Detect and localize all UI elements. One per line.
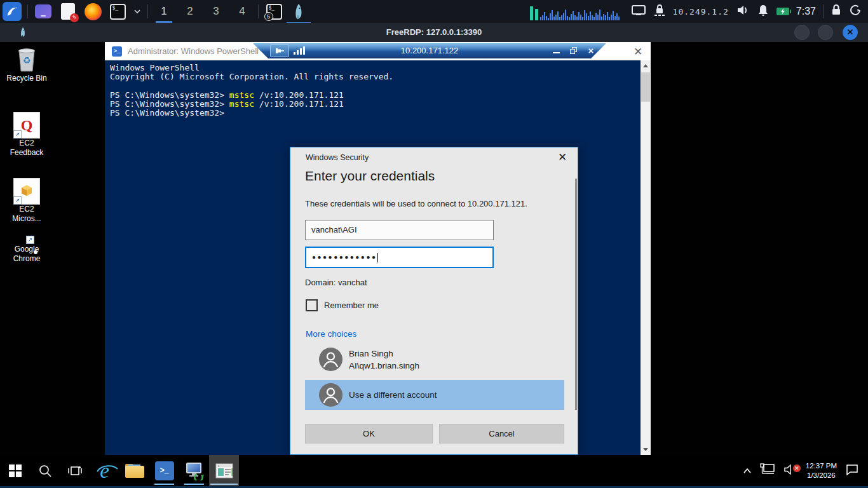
battery-icon[interactable]: [776, 8, 789, 15]
window-manager-icon[interactable]: [34, 2, 53, 21]
kali-top-panel: 1 2 3 4 5 10.249.1.: [0, 0, 868, 23]
graph-bar: [578, 12, 580, 20]
freerdp-close-button[interactable]: ✕: [843, 25, 858, 40]
volume-icon[interactable]: [736, 4, 750, 19]
kali-menu-button[interactable]: [3, 2, 22, 21]
domain-label: Domain: vanchat: [305, 278, 367, 287]
text-editor-icon[interactable]: [58, 2, 78, 21]
display-icon[interactable]: [631, 4, 646, 19]
firefox-icon[interactable]: [83, 2, 102, 21]
desktop-icon-google-chrome[interactable]: ↗ Google Chrome: [0, 243, 53, 263]
graph-bar: [548, 18, 549, 20]
dialog-scrollbar[interactable]: [575, 179, 577, 410]
divider: [147, 4, 148, 18]
account-brian-singh[interactable]: Brian Singh AI\qw1.brian.singh: [319, 348, 419, 372]
vpn-lock-icon[interactable]: [653, 3, 666, 20]
kali-dragon-icon: [5, 4, 19, 18]
graph-bar: [535, 9, 538, 20]
powershell-taskbar-button[interactable]: >_: [149, 455, 179, 486]
notifications-bell-icon[interactable]: [757, 4, 770, 20]
divider: [258, 4, 259, 18]
console-line: PS C:\Windows\system32>: [110, 109, 641, 118]
remote-desktop-taskbar-button[interactable]: [179, 455, 209, 486]
graph-bar: [588, 16, 589, 20]
action-center-icon[interactable]: [845, 463, 859, 478]
taskbar-clock[interactable]: 12:37 PM 1/3/2026: [806, 461, 837, 480]
desktop-icon-ec2-microsoft[interactable]: ↗ EC2 Micros...: [0, 178, 53, 223]
dialog-title: Windows Security: [306, 153, 369, 162]
use-different-account-option[interactable]: Use a different account: [305, 380, 564, 410]
graph-bar: [552, 10, 553, 20]
graph-bar: [595, 13, 597, 20]
dialog-close-button[interactable]: ✕: [555, 151, 569, 164]
scroll-down-arrow[interactable]: [643, 448, 648, 451]
shortcut-arrow-badge: ↗: [13, 130, 22, 139]
panel-clock[interactable]: 7:37: [796, 6, 816, 17]
graph-bar: [544, 12, 545, 20]
rdp-connection-bar[interactable]: 10.200.171.122 ×: [253, 43, 606, 58]
lock-screen-icon[interactable]: [831, 4, 842, 19]
graph-bar: [563, 13, 564, 20]
freerdp-dock-icon[interactable]: [289, 2, 308, 21]
terminal-windows-group-icon[interactable]: 5: [264, 2, 283, 21]
graph-bar: [584, 10, 585, 20]
workspace-2[interactable]: 2: [180, 0, 200, 23]
graph-bar: [611, 15, 612, 20]
search-button[interactable]: [30, 455, 60, 486]
internet-explorer-button[interactable]: e: [90, 455, 119, 486]
tray-chevron-up-icon[interactable]: [743, 465, 752, 477]
text-cursor: [377, 253, 378, 262]
divider: [27, 4, 28, 18]
more-choices-link[interactable]: More choices: [306, 329, 356, 339]
connection-minimize-button[interactable]: [549, 43, 564, 58]
document-edit-icon: [61, 3, 75, 20]
graph-bar: [586, 13, 587, 20]
credential-window-icon: [215, 463, 234, 479]
freerdp-titlebar[interactable]: FreeRDP: 127.0.0.1:3390 ✕: [0, 23, 868, 42]
workspace-1[interactable]: 1: [154, 0, 174, 23]
start-button[interactable]: [0, 455, 30, 486]
terminal-icon[interactable]: [108, 2, 127, 21]
different-account-label: Use a different account: [349, 390, 437, 400]
cancel-button[interactable]: Cancel: [439, 424, 564, 444]
graph-bar: [601, 17, 602, 20]
graph-bar: [542, 15, 543, 20]
graph-bar: [569, 17, 570, 20]
scroll-up-arrow[interactable]: [643, 64, 648, 67]
workspace-3[interactable]: 3: [206, 0, 226, 23]
remember-me-checkbox[interactable]: [306, 299, 318, 311]
scrollbar-thumb[interactable]: [641, 72, 650, 102]
workspace-4[interactable]: 4: [232, 0, 252, 23]
graph-bar: [607, 12, 608, 20]
credentials-window-taskbar-button[interactable]: [209, 455, 239, 486]
password-field[interactable]: ●●●●●●●●●●●●: [305, 247, 494, 268]
system-graph[interactable]: [530, 3, 624, 20]
desktop-icon-ec2-feedback[interactable]: Q ↗ EC2 Feedback: [0, 112, 53, 157]
file-explorer-button[interactable]: [119, 455, 149, 486]
logout-icon[interactable]: [849, 4, 862, 19]
ok-button[interactable]: OK: [305, 424, 433, 444]
freerdp-minimize-button[interactable]: [794, 25, 810, 40]
powershell-close-button[interactable]: ✕: [632, 45, 644, 58]
user-avatar-icon: [319, 348, 342, 371]
tray-network-icon[interactable]: [760, 463, 775, 478]
username-field[interactable]: vanchat\AGI: [305, 220, 494, 240]
graph-bar: [599, 10, 600, 20]
tray-volume-muted-icon[interactable]: ✕: [783, 463, 797, 478]
console-line: PS C:\Windows\system32> mstsc /v:10.200.…: [110, 100, 641, 109]
remote-desktop-icon: [184, 461, 205, 480]
freerdp-maximize-button[interactable]: [818, 25, 833, 40]
console-scrollbar[interactable]: [641, 60, 651, 455]
graph-bar: [530, 6, 533, 20]
task-view-button[interactable]: [60, 455, 90, 486]
chevron-down-icon[interactable]: [133, 2, 142, 21]
graph-bar: [550, 13, 551, 20]
graph-bar: [613, 11, 614, 20]
graph-bar: [553, 17, 555, 20]
graph-bar: [576, 17, 578, 20]
graph-bar: [546, 16, 547, 20]
taskbar-tray: ✕ 12:37 PM 1/3/2026: [743, 455, 868, 486]
desktop-icon-recycle-bin[interactable]: ♻ Recycle Bin: [0, 44, 53, 83]
connection-restore-button[interactable]: [567, 43, 582, 58]
console-line: Windows PowerShell: [110, 64, 641, 72]
